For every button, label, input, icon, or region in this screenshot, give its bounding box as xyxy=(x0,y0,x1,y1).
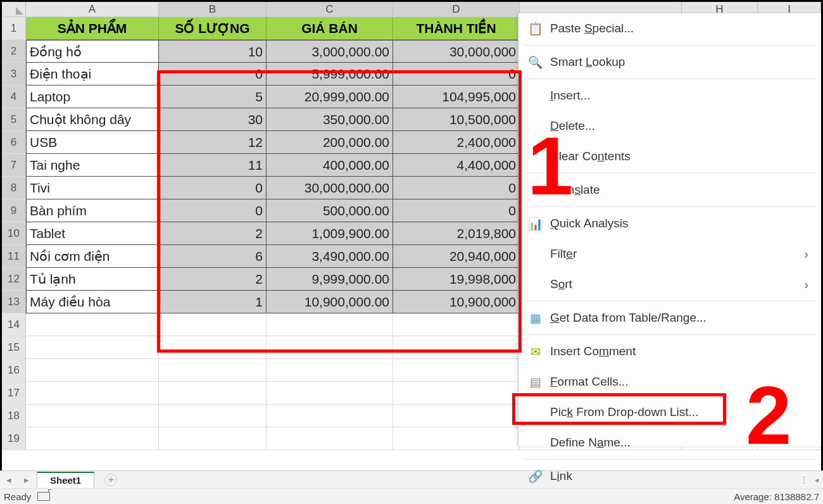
row-header[interactable]: 12 xyxy=(2,268,26,291)
row-header[interactable]: 17 xyxy=(2,382,26,405)
cell[interactable] xyxy=(26,427,159,450)
menu-item-get-data[interactable]: ▦ Get Data from Table/Range... xyxy=(518,303,821,333)
cell[interactable]: 0 xyxy=(393,199,520,222)
row-header[interactable]: 8 xyxy=(2,177,26,199)
cell[interactable]: SỐ LƯỢNG xyxy=(159,17,267,40)
cell[interactable]: 10,900,000 xyxy=(393,291,520,313)
cell[interactable] xyxy=(267,382,393,405)
menu-item-filter[interactable]: Filter› xyxy=(518,239,821,269)
cell[interactable]: 4,400,000 xyxy=(393,154,520,177)
cell[interactable]: GIÁ BÁN xyxy=(267,17,393,40)
cell[interactable]: 0 xyxy=(159,199,267,222)
row-header[interactable]: 4 xyxy=(2,85,26,108)
cell[interactable] xyxy=(159,427,267,450)
cell[interactable] xyxy=(267,427,393,450)
cell[interactable]: USB xyxy=(26,131,159,154)
menu-item-smart-lookup[interactable]: 🔍 Smart Lookup xyxy=(518,47,821,77)
col-header-A[interactable]: A xyxy=(26,2,159,16)
cell[interactable]: 11 xyxy=(159,154,267,177)
cell[interactable]: 20,999,000.00 xyxy=(267,85,393,108)
cell[interactable] xyxy=(393,405,520,427)
row-header[interactable]: 10 xyxy=(2,222,26,245)
cell[interactable]: 3,490,000.00 xyxy=(267,245,393,268)
cell[interactable] xyxy=(159,382,267,405)
cell[interactable]: SẢN PHẨM xyxy=(26,17,159,40)
cell[interactable] xyxy=(26,313,159,336)
cell[interactable]: 200,000.00 xyxy=(267,131,393,154)
row-header[interactable]: 9 xyxy=(2,199,26,222)
cell[interactable]: 2 xyxy=(159,268,267,291)
cell[interactable]: Máy điều hòa xyxy=(26,291,159,313)
cell[interactable]: 350,000.00 xyxy=(267,108,393,131)
spreadsheet-grid[interactable]: 1 SẢN PHẨM SỐ LƯỢNG GIÁ BÁN THÀNH TIỀN 2… xyxy=(2,17,821,460)
cell[interactable]: 30 xyxy=(159,108,267,131)
cell[interactable]: Đồng hồ xyxy=(26,40,159,63)
cell[interactable]: 2,400,000 xyxy=(393,131,520,154)
cell[interactable]: Bàn phím xyxy=(26,199,159,222)
row-header[interactable]: 13 xyxy=(2,291,26,313)
cell[interactable]: 104,995,000 xyxy=(393,85,520,108)
row-header[interactable]: 19 xyxy=(2,427,26,450)
row-header[interactable]: 16 xyxy=(2,359,26,382)
sheet-tab[interactable]: Sheet1 xyxy=(37,472,94,488)
row-header[interactable]: 1 xyxy=(2,17,26,40)
cell[interactable] xyxy=(26,405,159,427)
cell[interactable] xyxy=(267,359,393,382)
cell[interactable]: 500,000.00 xyxy=(267,199,393,222)
cell[interactable]: Laptop xyxy=(26,85,159,108)
cell[interactable]: 0 xyxy=(393,177,520,199)
cell[interactable] xyxy=(26,382,159,405)
cell[interactable]: 19,998,000 xyxy=(393,268,520,291)
row-header[interactable]: 5 xyxy=(2,108,26,131)
cell[interactable]: Tai nghe xyxy=(26,154,159,177)
cell[interactable]: 0 xyxy=(393,63,520,85)
cell[interactable]: 3,000,000.00 xyxy=(267,40,393,63)
cell[interactable]: Điện thoại xyxy=(26,63,159,85)
menu-item-insert[interactable]: Insert... xyxy=(518,80,821,111)
cell[interactable] xyxy=(159,359,267,382)
cell[interactable] xyxy=(393,427,520,450)
cell[interactable]: 10,500,000 xyxy=(393,108,520,131)
cell[interactable]: Tủ lạnh xyxy=(26,268,159,291)
menu-item-paste-special[interactable]: 📋 Paste Special... xyxy=(518,13,821,44)
cell[interactable]: 9,999,000.00 xyxy=(267,268,393,291)
cell[interactable] xyxy=(159,336,267,359)
cell[interactable]: Tivi xyxy=(26,177,159,199)
row-header[interactable]: 14 xyxy=(2,313,26,336)
cell[interactable]: 400,000.00 xyxy=(267,154,393,177)
cell[interactable]: 2 xyxy=(159,222,267,245)
cell[interactable]: 5,999,000.00 xyxy=(267,63,393,85)
row-header[interactable]: 7 xyxy=(2,154,26,177)
select-all-corner[interactable] xyxy=(2,2,26,16)
row-header[interactable]: 11 xyxy=(2,245,26,268)
cell[interactable] xyxy=(267,313,393,336)
cell[interactable]: 1,009,900.00 xyxy=(267,222,393,245)
add-sheet-button[interactable]: + xyxy=(104,474,117,486)
cell[interactable]: 10 xyxy=(159,40,267,63)
cell[interactable]: 1 xyxy=(159,291,267,313)
cell[interactable]: Tablet xyxy=(26,222,159,245)
row-header[interactable]: 2 xyxy=(2,40,26,63)
cell[interactable] xyxy=(26,359,159,382)
cell[interactable] xyxy=(393,359,520,382)
cell[interactable]: 20,940,000 xyxy=(393,245,520,268)
cell[interactable]: 5 xyxy=(159,85,267,108)
cell[interactable]: Chuột không dây xyxy=(26,108,159,131)
col-header-C[interactable]: C xyxy=(267,2,393,16)
cell[interactable]: THÀNH TIỀN xyxy=(393,17,520,40)
cell[interactable]: Nồi cơm điện xyxy=(26,245,159,268)
row-header[interactable]: 3 xyxy=(2,63,26,85)
cell[interactable] xyxy=(26,336,159,359)
sheet-nav-prev[interactable]: ◂ xyxy=(0,474,18,486)
cell[interactable]: 30,000,000 xyxy=(393,40,520,63)
cell[interactable]: 10,900,000.00 xyxy=(267,291,393,313)
cell[interactable] xyxy=(393,313,520,336)
cell[interactable]: 6 xyxy=(159,245,267,268)
cell[interactable]: 30,000,000.00 xyxy=(267,177,393,199)
cell[interactable] xyxy=(393,382,520,405)
cell[interactable]: 2,019,800 xyxy=(393,222,520,245)
cell[interactable]: 0 xyxy=(159,177,267,199)
cell[interactable] xyxy=(159,405,267,427)
cell[interactable]: 0 xyxy=(159,63,267,85)
accessibility-icon[interactable] xyxy=(37,492,50,501)
